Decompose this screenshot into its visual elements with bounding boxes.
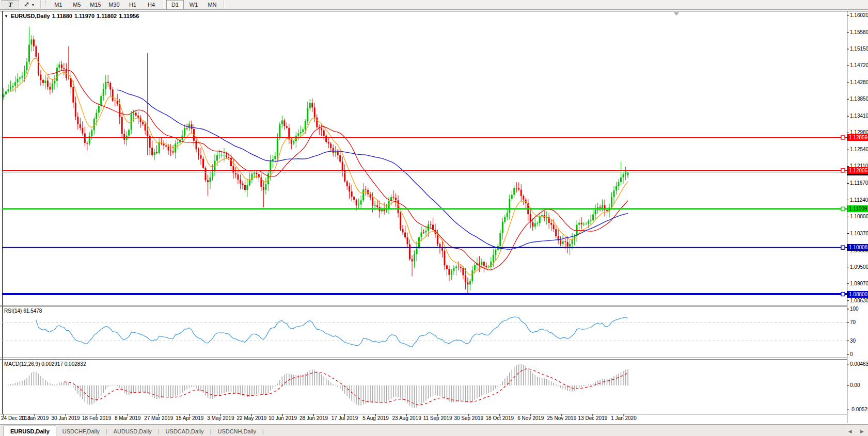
quote-high: 1.11970 <box>74 13 94 19</box>
mt4-window: T ▼ M1M5M15M30H1H4D1W1MN ▼EURUSD,Daily1.… <box>0 0 868 436</box>
quote-line: ▼EURUSD,Daily1.118801.119701.118021.1195… <box>4 13 141 19</box>
level-handle-1.08800[interactable] <box>841 293 845 296</box>
tab-scroll-right-icon[interactable]: ▶ <box>860 429 864 434</box>
macd-label: MACD(12,26,9) 0.002917 0.002832 <box>4 361 86 367</box>
quote-close: 1.11956 <box>119 13 139 19</box>
tab-scroll-arrows: ◀ ▶ <box>841 429 864 434</box>
tab-eurusd[interactable]: EURUSD,Daily <box>4 426 56 436</box>
tab-usdchf[interactable]: USDCHF,Daily <box>56 427 106 436</box>
tab-audusd[interactable]: AUDUSD,Daily <box>107 427 158 436</box>
chart-tab-bar: EURUSD,DailyUSDCHF,Daily|AUDUSD,Daily|US… <box>0 424 868 436</box>
tab-scroll-left-icon[interactable]: ◀ <box>848 429 852 434</box>
quote-collapse-icon[interactable]: ▼ <box>4 14 8 19</box>
quote-low: 1.11802 <box>97 13 117 19</box>
level-handle-1.10008[interactable] <box>841 246 845 249</box>
level-handle-1.11009[interactable] <box>841 207 845 211</box>
tab-usdcnh[interactable]: USDCNH,Daily <box>211 427 262 436</box>
rsi-label: RSI(14) 61.5478 <box>4 308 42 314</box>
level-handle-1.12859[interactable] <box>841 136 845 139</box>
tab-separator: | <box>262 427 264 436</box>
tab-row: EURUSD,DailyUSDCHF,Daily|AUDUSD,Daily|US… <box>0 426 264 436</box>
quote-open: 1.11880 <box>52 13 72 19</box>
time-axis[interactable] <box>0 414 847 424</box>
tab-usdcad[interactable]: USDCAD,Daily <box>160 427 210 436</box>
chart-canvas[interactable] <box>0 0 868 436</box>
price-axis[interactable] <box>847 11 868 414</box>
level-handle-1.12005[interactable] <box>841 169 845 172</box>
quote-symbol: EURUSD,Daily <box>11 13 50 19</box>
